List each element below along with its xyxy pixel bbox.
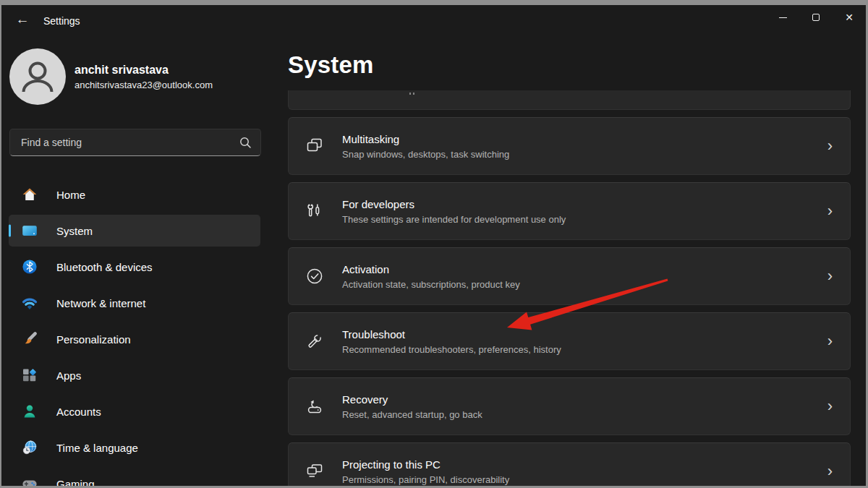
activation-icon	[305, 267, 324, 286]
apps-icon	[22, 367, 38, 383]
chevron-right-icon: ›	[827, 268, 833, 284]
home-icon	[22, 187, 38, 202]
sidebar-item-gaming[interactable]: Gaming	[9, 466, 260, 486]
card-subtitle: Reset, advanced startup, go back	[342, 409, 482, 420]
card-for-developers[interactable]: For developers These settings are intend…	[288, 182, 851, 240]
user-email: anchitsrivastava23@outlook.com	[75, 80, 213, 90]
sidebar-item-accounts[interactable]: Accounts	[9, 393, 260, 429]
troubleshoot-icon	[305, 332, 324, 351]
sidebar-item-network-internet[interactable]: Network & internet	[9, 285, 260, 321]
card-subtitle: Permissions, pairing PIN, discoverabilit…	[342, 474, 509, 485]
titlebar: ← Settings ✕	[1, 5, 866, 34]
projecting-icon	[305, 462, 324, 481]
gaming-icon	[22, 476, 38, 486]
sidebar-item-personalization[interactable]: Personalization	[9, 321, 260, 357]
card-title: Recovery	[342, 393, 482, 406]
card-subtitle: Activation state, subscriptions, product…	[342, 279, 520, 290]
card-subtitle: Snap windows, desktops, task switching	[342, 149, 509, 160]
search-icon[interactable]	[239, 136, 252, 149]
clipped-card[interactable]	[288, 90, 851, 110]
back-button[interactable]: ←	[9, 8, 36, 31]
sidebar-item-label: Personalization	[56, 333, 131, 346]
card-title: Activation	[342, 263, 520, 275]
sidebar-item-label: Network & internet	[56, 297, 145, 309]
sidebar-item-bluetooth-devices[interactable]: Bluetooth & devices	[9, 249, 260, 285]
caption-buttons: ✕	[766, 5, 866, 30]
minimize-button[interactable]	[766, 5, 799, 30]
card-multitasking[interactable]: Multitasking Snap windows, desktops, tas…	[288, 117, 851, 175]
clipped-text-remnant	[409, 93, 417, 95]
bluetooth-icon	[22, 259, 38, 275]
sidebar-item-label: System	[56, 225, 93, 237]
minimize-icon	[779, 17, 787, 18]
chevron-right-icon: ›	[827, 138, 833, 154]
page-title: System	[288, 51, 374, 79]
chevron-right-icon: ›	[827, 333, 833, 349]
person-icon	[9, 48, 66, 105]
user-name: anchit srivastava	[75, 64, 169, 77]
search-input[interactable]	[10, 137, 239, 148]
card-subtitle: These settings are intended for developm…	[342, 214, 566, 225]
card-title: For developers	[342, 198, 566, 210]
time-language-icon	[22, 440, 38, 455]
multitasking-icon	[305, 137, 324, 155]
selected-indicator	[9, 225, 11, 237]
sidebar-item-label: Gaming	[56, 478, 95, 487]
screenshot-frame: ← Settings ✕ anchit srivastava anchitsri…	[0, 0, 868, 488]
card-troubleshoot[interactable]: Troubleshoot Recommended troubleshooters…	[288, 312, 851, 370]
close-button[interactable]: ✕	[833, 5, 866, 30]
close-icon: ✕	[845, 12, 854, 22]
card-title: Troubleshoot	[342, 328, 561, 341]
sidebar-item-system[interactable]: System	[9, 215, 260, 247]
for-developers-icon	[305, 202, 324, 221]
avatar[interactable]	[9, 48, 66, 105]
sidebar-item-apps[interactable]: Apps	[9, 357, 260, 393]
personalization-icon	[22, 331, 38, 347]
sidebar-item-label: Apps	[56, 369, 81, 382]
sidebar-item-home[interactable]: Home	[9, 176, 260, 213]
app-title: Settings	[43, 15, 80, 27]
system-icon	[22, 223, 38, 239]
accounts-icon	[22, 403, 38, 419]
card-title: Projecting to this PC	[342, 458, 509, 471]
chevron-right-icon: ›	[827, 398, 833, 414]
chevron-right-icon: ›	[827, 463, 833, 479]
sidebar-item-label: Home	[56, 189, 85, 201]
card-activation[interactable]: Activation Activation state, subscriptio…	[288, 247, 851, 305]
search-box[interactable]	[9, 129, 261, 156]
card-recovery[interactable]: Recovery Reset, advanced startup, go bac…	[288, 377, 851, 435]
back-arrow-icon: ←	[16, 12, 30, 27]
settings-window: ← Settings ✕ anchit srivastava anchitsri…	[1, 5, 866, 486]
sidebar-item-label: Time & language	[56, 442, 138, 454]
sidebar-nav: Home System	[1, 176, 276, 486]
card-subtitle: Recommended troubleshooters, preferences…	[342, 344, 561, 355]
recovery-icon	[305, 397, 324, 416]
sidebar-item-label: Bluetooth & devices	[56, 261, 153, 273]
network-icon	[22, 295, 38, 311]
sidebar-item-label: Accounts	[56, 406, 101, 418]
card-projecting-to-this-pc[interactable]: Projecting to this PC Permissions, pairi…	[288, 442, 851, 486]
card-title: Multitasking	[342, 133, 509, 145]
maximize-button[interactable]	[799, 5, 833, 30]
maximize-icon	[812, 14, 820, 21]
chevron-right-icon: ›	[827, 203, 833, 219]
sidebar-item-time-language[interactable]: Time & language	[9, 429, 260, 466]
